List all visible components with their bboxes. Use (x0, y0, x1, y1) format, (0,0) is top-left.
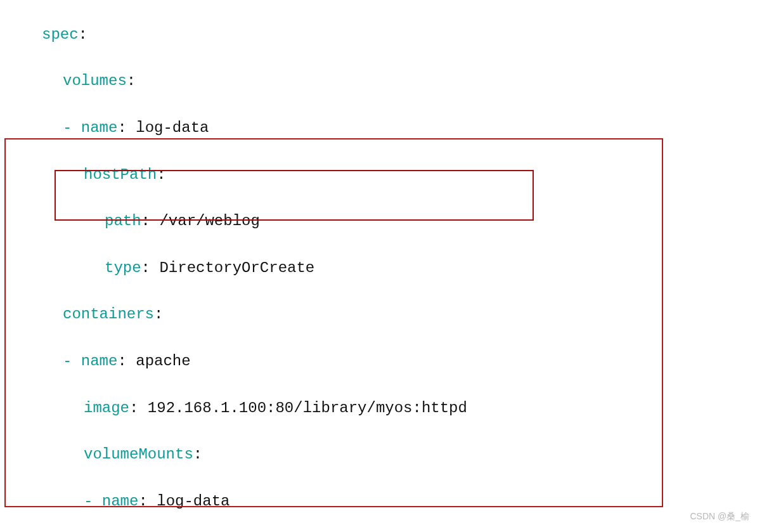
code-line: path: /var/weblog (0, 210, 550, 233)
code-line: image: 192.168.1.100:80/library/myos:htt… (0, 397, 550, 420)
code-line: type: DirectoryOrCreate (0, 257, 550, 280)
code-line: volumes: (0, 70, 550, 93)
code-line: - name: log-data (0, 117, 550, 140)
code-line: - name: apache (0, 350, 550, 373)
code-line: volumeMounts: (0, 443, 550, 467)
code-line: spec: (0, 23, 550, 47)
code-lines: spec: volumes: - name: log-data hostPath… (0, 0, 550, 532)
watermark-text: CSDN @桑_榆 (690, 505, 749, 528)
code-line: - name: log-data (0, 490, 550, 514)
code-line: containers: (0, 303, 550, 327)
code-line: hostPath: (0, 164, 550, 187)
